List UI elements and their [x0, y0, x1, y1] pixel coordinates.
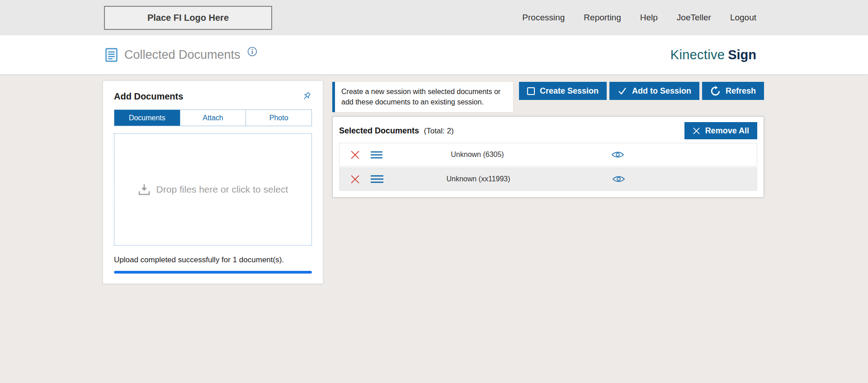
upload-progress-bar: [114, 271, 312, 274]
page-title-group: Collected Documents: [105, 35, 257, 74]
selected-documents-title-group: Selected Documents (Total: 2): [339, 126, 454, 136]
delete-document-icon[interactable]: [350, 150, 360, 160]
eye-icon[interactable]: [612, 175, 625, 184]
check-icon: [618, 86, 627, 95]
selected-documents-header: Selected Documents (Total: 2) Remove All: [339, 121, 757, 140]
selected-documents-title: Selected Documents: [339, 126, 419, 135]
add-to-session-label: Add to Session: [632, 86, 691, 96]
pin-icon[interactable]: [301, 91, 312, 102]
refresh-icon: [710, 86, 721, 96]
tab-photo[interactable]: Photo: [246, 110, 311, 126]
nav-user[interactable]: JoeTeller: [677, 13, 711, 23]
session-actions: Create Session Add to Session Refresh: [519, 82, 764, 100]
remove-all-label: Remove All: [705, 126, 749, 136]
fi-logo-text: Place FI Logo Here: [147, 13, 229, 23]
drag-handle-icon[interactable]: [371, 151, 382, 159]
delete-document-icon[interactable]: [350, 175, 360, 184]
brand-logo: Kinective Sign: [670, 35, 756, 74]
brand-suffix: Sign: [728, 47, 756, 62]
info-icon[interactable]: [247, 47, 257, 57]
document-icon: [105, 48, 118, 62]
add-to-session-button[interactable]: Add to Session: [609, 82, 699, 100]
nav-help[interactable]: Help: [640, 13, 658, 23]
nav-logout[interactable]: Logout: [730, 13, 756, 23]
fi-logo-placeholder: Place FI Logo Here: [104, 6, 272, 30]
nav-reporting[interactable]: Reporting: [584, 13, 621, 23]
document-name: Unknown (xx11993): [383, 175, 573, 183]
create-session-label: Create Session: [540, 86, 599, 96]
add-documents-header: Add Documents: [114, 90, 312, 103]
drag-handle-icon[interactable]: [371, 175, 383, 183]
top-bar: Place FI Logo Here Processing Reporting …: [0, 0, 868, 35]
selected-documents-total: (Total: 2): [424, 127, 454, 135]
tab-documents[interactable]: Documents: [114, 110, 180, 126]
document-row: Unknown (xx11993): [339, 167, 757, 191]
session-info-message: Create a new session with selected docum…: [332, 82, 513, 112]
remove-all-button[interactable]: Remove All: [684, 122, 757, 139]
page-title: Collected Documents: [124, 48, 241, 62]
download-icon: [138, 184, 151, 196]
document-list: Unknown (6305): [339, 143, 757, 191]
top-navigation: Processing Reporting Help JoeTeller Logo…: [522, 0, 756, 35]
refresh-button[interactable]: Refresh: [702, 82, 764, 100]
refresh-label: Refresh: [726, 86, 756, 96]
upload-progress-fill: [114, 271, 312, 274]
page: Place FI Logo Here Processing Reporting …: [0, 0, 868, 383]
x-icon: [693, 127, 700, 135]
tab-attach[interactable]: Attach: [180, 110, 246, 126]
add-documents-title: Add Documents: [114, 91, 183, 102]
brand-name: Kinective: [670, 47, 725, 62]
dropzone-label: Drop files here or click to select: [156, 184, 288, 195]
add-documents-tabs: Documents Attach Photo: [114, 109, 312, 126]
document-name: Unknown (6305): [382, 151, 572, 159]
selected-documents-panel: Selected Documents (Total: 2) Remove All: [332, 116, 764, 198]
file-dropzone[interactable]: Drop files here or click to select: [114, 133, 312, 246]
add-documents-card: Add Documents Documents Attach Photo: [103, 80, 323, 284]
square-icon: [527, 87, 535, 95]
eye-icon[interactable]: [611, 150, 624, 159]
document-row: Unknown (6305): [339, 143, 757, 166]
sub-header: Collected Documents Kinective Sign: [0, 35, 868, 74]
nav-processing[interactable]: Processing: [522, 13, 565, 23]
upload-status-text: Upload completed successfully for 1 docu…: [114, 255, 312, 265]
create-session-button[interactable]: Create Session: [519, 82, 607, 100]
